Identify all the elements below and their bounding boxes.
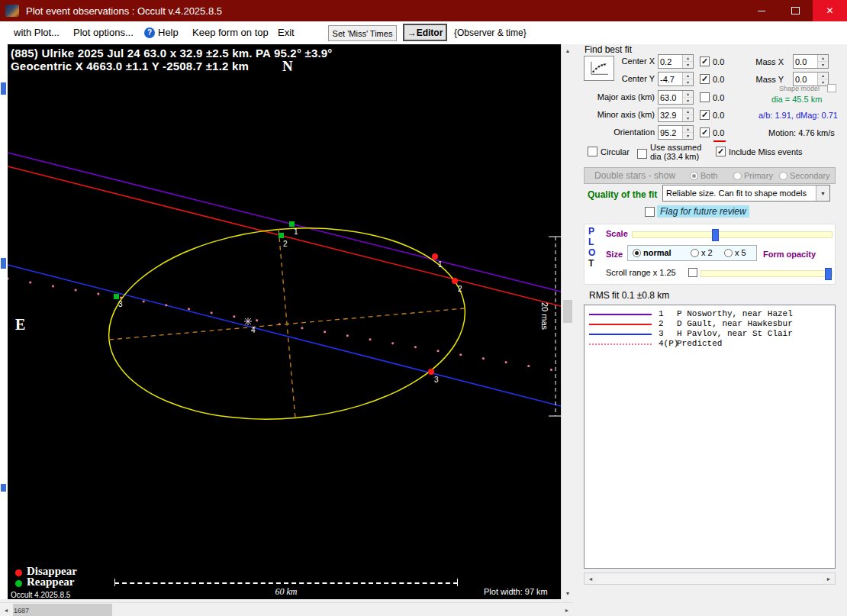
include-miss-events-checkbox[interactable]: ✓ [716, 147, 726, 156]
both-radio[interactable] [690, 172, 698, 180]
marker-label: 4 [251, 326, 256, 334]
menu-help[interactable]: Help [158, 21, 179, 44]
size-x5-radio[interactable] [724, 249, 733, 257]
observer-time-label[interactable]: {Observer & time} [454, 21, 527, 44]
spinner-up-icon[interactable]: ▴ [683, 55, 693, 62]
spinner-up-icon[interactable]: ▴ [683, 126, 693, 133]
plot-area[interactable]: 1 2 3 1 2 3 4 (885) Ulrike 2025 Jul 24 6… [8, 44, 561, 599]
maximize-icon [791, 7, 800, 15]
scale-label: Scale [606, 229, 628, 238]
list-item[interactable]: 3 H Pavlov, near St Clair [585, 329, 835, 339]
help-icon[interactable]: ? [144, 27, 155, 38]
minimize-button[interactable] [744, 0, 778, 21]
legend-reappear-label: Reappear [27, 576, 75, 589]
horizontal-scrollbar[interactable]: ◄ ► [0, 602, 573, 616]
marker-label: 1 [294, 227, 298, 236]
list-item[interactable]: 1 P Nosworthy, near Hazel [585, 309, 835, 319]
mass-y-input[interactable] [794, 73, 817, 85]
orientation-lock-checkbox[interactable]: ✓ [700, 127, 710, 137]
scale-bar-left-tick [114, 579, 115, 586]
menu-keep-on-top[interactable]: Keep form on top [192, 21, 269, 44]
scroll-down-icon[interactable]: ▼ [562, 587, 574, 599]
list-item[interactable]: 2 D Gault, near Hawkesbur [585, 319, 835, 329]
spinner-down-icon[interactable]: ▾ [683, 79, 693, 85]
size-normal-radio[interactable] [633, 249, 641, 257]
scroll-up-icon[interactable]: ▲ [562, 44, 574, 56]
spinner-down-icon[interactable]: ▾ [683, 115, 693, 121]
minor-axis-spinner[interactable]: ▴▾ [658, 108, 694, 122]
scroll-range-slider[interactable] [700, 270, 833, 277]
shape-model-checkbox[interactable] [827, 84, 836, 92]
center-x-input[interactable] [659, 55, 682, 68]
scroll-range-slider-thumb[interactable] [825, 268, 832, 280]
spinner-up-icon[interactable]: ▴ [818, 73, 828, 79]
major-axis-input[interactable] [659, 91, 682, 104]
flag-review-checkbox[interactable] [645, 207, 655, 217]
spinner-down-icon[interactable]: ▾ [818, 62, 828, 68]
center-y-spinner[interactable]: ▴▾ [658, 72, 694, 86]
spinner-down-icon[interactable]: ▾ [683, 62, 693, 68]
editor-button[interactable]: →Editor [403, 24, 447, 41]
center-y-lock-checkbox[interactable]: ✓ [700, 74, 710, 84]
orientation-input[interactable] [659, 126, 682, 139]
minor-axis-input[interactable] [659, 108, 682, 121]
list-horizontal-scrollbar[interactable]: ◄ ► [584, 572, 836, 585]
size-x2-radio[interactable] [691, 249, 699, 257]
maximize-button[interactable] [778, 0, 813, 21]
minor-axis-lock-checkbox[interactable]: ✓ [700, 110, 710, 120]
center-x-lock-checkbox[interactable]: ✓ [700, 56, 710, 66]
center-y-input[interactable] [659, 73, 682, 85]
scroll-right-icon[interactable]: ► [823, 573, 835, 584]
vertical-scrollbar[interactable]: ▲ ▼ [561, 44, 573, 599]
predicted-line-sample [589, 343, 652, 345]
major-axis-lock-checkbox[interactable] [700, 92, 710, 102]
orientation-spinner[interactable]: ▴▾ [658, 125, 694, 140]
reappear-legend-icon [15, 580, 22, 587]
close-button[interactable]: ✕ [813, 0, 847, 21]
rms-fit-label: RMS fit 0.1 ±0.8 km [589, 290, 669, 301]
left-strip-mark [1, 82, 6, 95]
mass-x-spinner[interactable]: ▴▾ [793, 54, 829, 69]
spinner-up-icon[interactable]: ▴ [683, 108, 693, 115]
titlebar[interactable]: Plot event observations : Occult v.4.202… [0, 0, 847, 21]
menu-with-plot[interactable]: with Plot... [14, 21, 60, 44]
observation-name: P Nosworthy, near Hazel [677, 309, 793, 318]
primary-radio[interactable] [733, 172, 742, 180]
scale-slider-thumb[interactable] [712, 229, 719, 241]
circular-checkbox[interactable] [588, 147, 597, 156]
set-miss-times-button[interactable]: Set 'Miss' Times [328, 25, 397, 41]
spinner-up-icon[interactable]: ▴ [818, 55, 828, 62]
scroll-right-icon[interactable]: ► [561, 604, 573, 616]
spinner-up-icon[interactable]: ▴ [683, 91, 693, 98]
menu-plot-options[interactable]: Plot options... [73, 21, 134, 44]
scroll-left-icon[interactable]: ◄ [0, 604, 12, 616]
size-radio-group: normal x 2 x 5 [627, 245, 757, 261]
major-axis-spinner[interactable]: ▴▾ [658, 90, 694, 105]
form-opacity-button[interactable]: Form opacity [763, 250, 816, 259]
scale-slider[interactable] [632, 231, 833, 238]
vertical-scrollbar-thumb[interactable] [563, 300, 572, 323]
scroll-range-checkbox[interactable] [688, 268, 697, 277]
plot-canvas[interactable]: 1 2 3 1 2 3 4 [8, 44, 561, 599]
quality-of-fit-dropdown[interactable]: Reliable size. Can fit to shape models ▼ [662, 185, 830, 202]
spinner-down-icon[interactable]: ▾ [683, 98, 693, 104]
orientation-lock-value: 0.0 [713, 128, 724, 137]
spinner-up-icon[interactable]: ▴ [683, 73, 693, 79]
list-item[interactable]: 4(P) Predicted [585, 339, 835, 349]
dropdown-arrow-icon[interactable]: ▼ [816, 185, 829, 201]
secondary-radio[interactable] [779, 172, 787, 180]
double-stars-group: Double stars - show Both Primary Seconda… [584, 167, 836, 184]
center-x-spinner[interactable]: ▴▾ [658, 54, 694, 69]
spinner-down-icon[interactable]: ▾ [683, 133, 693, 139]
plot-title-line2: Geocentric X 4663.0 ±1.1 Y -2508.7 ±1.2 … [11, 60, 249, 73]
use-assumed-dia-checkbox[interactable] [637, 149, 647, 159]
left-edge-strip [0, 44, 8, 599]
scroll-left-icon[interactable]: ◄ [585, 573, 597, 584]
north-label: N [282, 58, 293, 75]
observations-list[interactable]: 1 P Nosworthy, near Hazel 2 D Gault, nea… [584, 305, 836, 569]
center-y-lock-value: 0.0 [713, 75, 724, 84]
mass-x-input[interactable] [794, 55, 817, 68]
primary-radio-label: Primary [744, 171, 773, 180]
menu-exit[interactable]: Exit [278, 21, 295, 44]
diameter-label: dia = 45.5 km [771, 95, 822, 104]
